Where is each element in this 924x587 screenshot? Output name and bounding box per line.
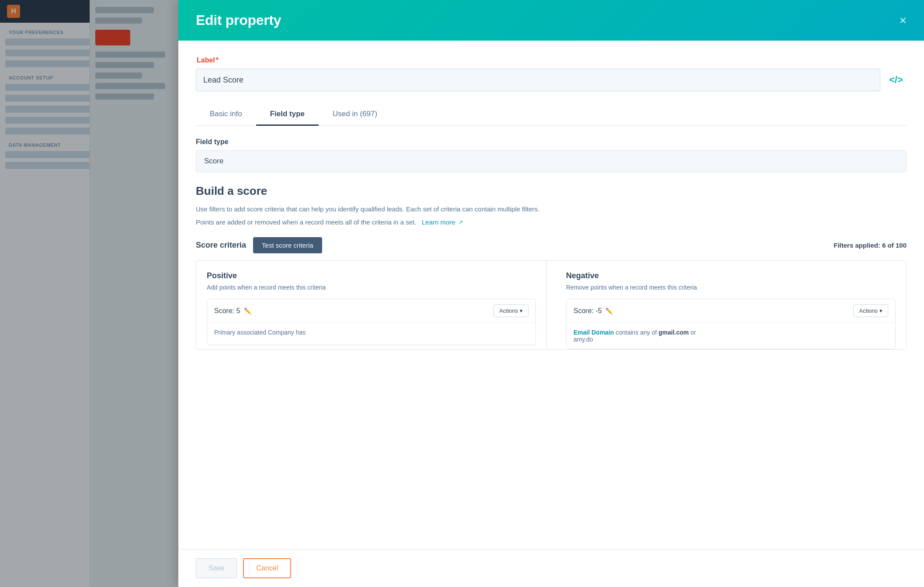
field-type-value: Score [196, 150, 907, 172]
negative-score-card-header: Score: -5 ✏️ Actions ▾ [566, 299, 895, 323]
label-input[interactable] [196, 69, 880, 91]
chevron-down-icon: ▾ [520, 307, 523, 314]
external-link-icon: ↗ [459, 219, 463, 225]
build-score-title: Build a score [196, 184, 907, 198]
label-input-row: </> [196, 69, 907, 91]
modal-title: Edit property [196, 12, 281, 28]
cancel-button[interactable]: Cancel [243, 558, 291, 578]
build-score-desc-2: Points are added or removed when a recor… [196, 217, 907, 228]
positive-description: Add points when a record meets this crit… [207, 284, 536, 291]
filters-applied-count: Filters applied: 6 of 100 [834, 242, 907, 249]
modal-header: Edit property × [178, 0, 924, 41]
learn-more-link[interactable]: Learn more ↗ [420, 218, 463, 226]
email-domain-link[interactable]: Email Domain [573, 329, 614, 336]
label-field-label: Label* [196, 56, 907, 64]
score-columns: Positive Add points when a record meets … [196, 260, 907, 350]
chevron-down-icon: ▾ [879, 307, 882, 314]
tabs-nav: Basic info Field type Used in (697) [196, 104, 907, 126]
positive-score-card-header: Score: 5 ✏️ Actions ▾ [207, 299, 535, 323]
modal-footer: Save Cancel [178, 549, 924, 587]
negative-title: Negative [566, 271, 896, 280]
close-button[interactable]: × [900, 14, 907, 27]
negative-score-column: Negative Remove points when a record mee… [556, 261, 906, 349]
edit-property-modal: Edit property × Label* </> Basic info Fi… [178, 0, 924, 587]
tab-field-type[interactable]: Field type [256, 104, 319, 126]
negative-actions-button[interactable]: Actions ▾ [853, 304, 888, 317]
score-criteria-row: Score criteria Test score criteria Filte… [196, 237, 907, 253]
positive-score-value: Score: 5 ✏️ [214, 307, 251, 315]
tab-basic-info[interactable]: Basic info [196, 104, 256, 126]
build-score-section: Build a score Use filters to add score c… [196, 184, 907, 350]
save-button[interactable]: Save [196, 558, 237, 578]
positive-actions-button[interactable]: Actions ▾ [493, 304, 528, 317]
negative-description: Remove points when a record meets this c… [566, 284, 896, 291]
negative-score-value: Score: -5 ✏️ [573, 307, 613, 315]
field-type-label: Field type [196, 138, 907, 146]
label-section: Label* </> [196, 56, 907, 91]
code-button[interactable]: </> [886, 71, 907, 89]
field-type-section: Field type Score [196, 138, 907, 172]
gmail-domain-text: gmail.com [659, 329, 689, 336]
positive-score-card: Score: 5 ✏️ Actions ▾ Primary associated… [207, 299, 536, 345]
modal-body: Label* </> Basic info Field type Used in… [178, 41, 924, 549]
test-score-criteria-button[interactable]: Test score criteria [253, 237, 322, 253]
negative-score-card-body: Email Domain contains any of gmail.com o… [566, 323, 895, 349]
score-criteria-left: Score criteria Test score criteria [196, 237, 322, 253]
positive-title: Positive [207, 271, 536, 280]
negative-edit-pencil-icon[interactable]: ✏️ [605, 307, 613, 314]
positive-score-column: Positive Add points when a record meets … [196, 261, 547, 349]
positive-edit-pencil-icon[interactable]: ✏️ [244, 307, 251, 314]
score-criteria-label: Score criteria [196, 241, 246, 250]
positive-score-card-body: Primary associated Company has [207, 323, 535, 345]
tab-used-in[interactable]: Used in (697) [319, 104, 391, 126]
negative-score-card: Score: -5 ✏️ Actions ▾ Email Domain cont… [566, 299, 896, 349]
build-score-desc-1: Use filters to add score criteria that c… [196, 204, 907, 214]
